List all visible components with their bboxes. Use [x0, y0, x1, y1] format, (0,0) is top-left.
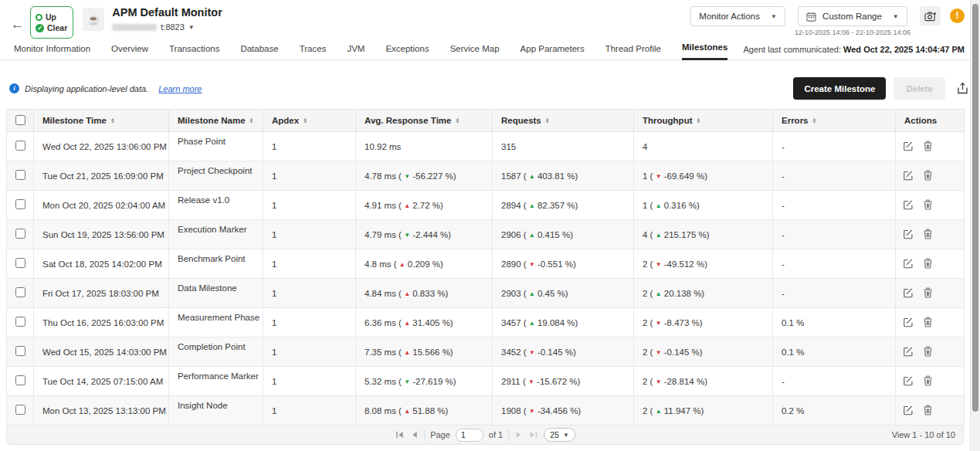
row-checkbox[interactable] [15, 141, 25, 151]
edit-icon[interactable] [903, 346, 914, 357]
edit-icon[interactable] [903, 258, 914, 269]
edit-icon[interactable] [903, 375, 914, 386]
tab-overview[interactable]: Overview [111, 44, 148, 59]
tab-transactions[interactable]: Transactions [169, 44, 219, 59]
tab-service-map[interactable]: Service Map [450, 44, 500, 59]
milestone-time-cell: Sun Oct 19, 2025 13:56:00 PM [34, 220, 169, 249]
sort-icon: ▲▼ [455, 117, 459, 124]
edit-icon[interactable] [903, 170, 914, 181]
requests-cell: 315 [493, 132, 634, 161]
trash-icon[interactable] [923, 346, 933, 357]
column-header-milestone-name[interactable]: Milestone Name▲▼ [169, 110, 263, 132]
prev-page-icon[interactable] [410, 431, 419, 439]
first-page-icon[interactable] [395, 431, 405, 439]
tab-monitor-information[interactable]: Monitor Information [14, 44, 90, 59]
trash-icon[interactable] [923, 141, 933, 151]
trend-up-icon: ▲ [656, 290, 662, 297]
trend-up-icon: ▲ [529, 232, 535, 239]
vertical-scrollbar[interactable] [970, 0, 980, 451]
table-row: Sun Oct 19, 2025 13:56:00 PM Execution M… [7, 220, 965, 249]
trash-icon[interactable] [923, 229, 933, 239]
throughput-cell: 2 ( ▼ -49.512 %) [634, 249, 773, 279]
edit-icon[interactable] [903, 317, 914, 327]
milestone-time-cell: Fri Oct 17, 2025 18:03:00 PM [34, 279, 169, 308]
monitor-port-label: t:8823 [161, 22, 185, 32]
chevron-down-icon: ▼ [771, 13, 777, 20]
delete-button[interactable]: Delete [894, 77, 945, 100]
tab-traces[interactable]: Traces [300, 44, 327, 59]
trend-up-icon: ▲ [529, 290, 535, 297]
warning-icon[interactable]: ! [950, 8, 965, 23]
trash-icon[interactable] [923, 405, 933, 415]
tab-database[interactable]: Database [240, 44, 278, 59]
row-checkbox[interactable] [15, 199, 25, 209]
view-range-text: View 1 - 10 of 10 [892, 430, 955, 439]
row-checkbox[interactable] [15, 258, 25, 268]
row-checkbox[interactable] [15, 229, 25, 239]
trash-icon[interactable] [923, 287, 933, 298]
last-page-icon[interactable] [528, 431, 538, 439]
edit-icon[interactable] [903, 229, 914, 239]
requests-cell: 3457 ( ▲ 19.084 %) [493, 308, 634, 337]
row-checkbox[interactable] [15, 405, 25, 415]
tab-milestones[interactable]: Milestones [682, 42, 727, 60]
select-all-checkbox[interactable] [15, 115, 25, 125]
row-checkbox[interactable] [15, 287, 25, 297]
create-milestone-button[interactable]: Create Milestone [793, 77, 886, 100]
throughput-cell: 2 ( ▲ 11.947 %) [634, 396, 773, 426]
monitor-actions-dropdown[interactable]: Monitor Actions ▼ [690, 6, 785, 26]
column-header-avg-response-time[interactable]: Avg. Response Time▲▼ [356, 110, 493, 132]
milestone-time-cell: Tue Oct 14, 2025 07:15:00 AM [34, 367, 169, 396]
trend-up-icon: ▲ [529, 173, 535, 180]
time-range-dropdown[interactable]: Custom Range ▼ [798, 6, 907, 26]
back-button[interactable]: ← [11, 11, 24, 39]
export-icon[interactable] [955, 80, 971, 97]
monitor-selector-dropdown[interactable]: t:8823 ▼ [112, 22, 222, 32]
trash-icon[interactable] [923, 258, 933, 269]
column-header-milestone-time[interactable]: Milestone Time▲▼ [34, 110, 169, 132]
tab-jvm[interactable]: JVM [347, 44, 365, 59]
redacted-monitor-name [112, 24, 157, 31]
column-header-apdex[interactable]: Apdex▲▼ [263, 110, 356, 132]
row-checkbox[interactable] [15, 170, 25, 180]
row-checkbox[interactable] [15, 346, 25, 356]
page-size-select[interactable]: 25 ▼ [544, 428, 575, 442]
column-header-requests[interactable]: Requests▲▼ [493, 110, 634, 132]
next-page-icon[interactable] [514, 431, 523, 439]
learn-more-link[interactable]: Learn more [158, 84, 202, 93]
column-header-actions: Actions [896, 110, 965, 132]
tab-thread-profile[interactable]: Thread Profile [605, 44, 661, 59]
milestone-time-cell: Mon Oct 20, 2025 02:04:00 AM [34, 191, 169, 220]
table-header-row: Milestone Time▲▼Milestone Name▲▼Apdex▲▼A… [7, 110, 965, 132]
trend-down-icon: ▼ [529, 261, 535, 268]
errors-cell: - [773, 161, 896, 191]
status-up-label: Up [46, 12, 56, 22]
trash-icon[interactable] [923, 375, 933, 386]
apdex-cell: 1 [263, 161, 356, 191]
trend-down-icon: ▼ [404, 173, 410, 180]
page-number-input[interactable] [456, 429, 483, 442]
scrollbar-thumb[interactable] [972, 4, 978, 412]
tab-app-parameters[interactable]: App Parameters [521, 44, 585, 59]
apdex-cell: 1 [263, 191, 356, 220]
trash-icon[interactable] [923, 199, 933, 210]
edit-icon[interactable] [903, 199, 914, 210]
trend-up-icon: ▲ [529, 202, 535, 209]
trash-icon[interactable] [923, 170, 933, 181]
column-header-throughput[interactable]: Throughput▲▼ [634, 110, 773, 132]
column-header-errors[interactable]: Errors▲▼ [773, 110, 896, 132]
tab-exceptions[interactable]: Exceptions [385, 44, 429, 59]
table-row: Fri Oct 17, 2025 18:03:00 PM Data Milest… [7, 279, 965, 308]
row-checkbox[interactable] [15, 375, 25, 385]
trend-down-icon: ▼ [528, 378, 534, 385]
row-checkbox[interactable] [15, 317, 25, 327]
trend-up-icon: ▲ [404, 320, 410, 327]
status-clear-row: ✓ Clear [36, 23, 67, 32]
trash-icon[interactable] [923, 317, 933, 327]
edit-icon[interactable] [903, 405, 914, 415]
camera-plus-icon[interactable] [920, 6, 941, 25]
pagination: Page of 1 25 ▼ [395, 428, 575, 442]
edit-icon[interactable] [903, 287, 914, 298]
avg-response-time-cell: 10.92 ms [356, 132, 493, 161]
edit-icon[interactable] [903, 141, 914, 151]
